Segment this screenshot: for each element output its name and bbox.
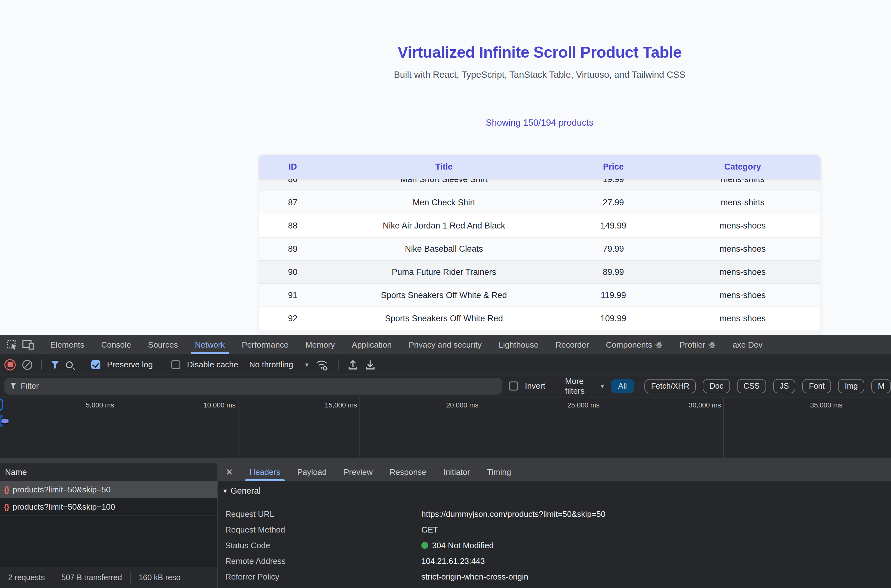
throttling-select[interactable]: No throttling ▾ xyxy=(249,360,309,369)
tab-label: Elements xyxy=(50,340,84,350)
filter-pill-doc[interactable]: Doc xyxy=(703,379,730,393)
product-app-page: Virtualized Infinite Scroll Product Tabl… xyxy=(0,0,891,335)
column-header-category[interactable]: Category xyxy=(665,162,820,172)
cell-title: Nike Air Jordan 1 Red And Black xyxy=(326,221,561,231)
table-row[interactable]: 88 Nike Air Jordan 1 Red And Black 149.9… xyxy=(259,214,820,238)
tab-label: Sources xyxy=(148,340,178,350)
tab-elements[interactable]: Elements xyxy=(42,335,93,355)
gridline xyxy=(845,398,845,458)
export-har-icon[interactable] xyxy=(365,359,376,370)
filter-pill-font[interactable]: Font xyxy=(802,379,831,393)
tab-timing[interactable]: Timing xyxy=(479,463,519,481)
filter-input[interactable] xyxy=(21,381,460,391)
filter-icon[interactable] xyxy=(51,361,59,369)
tab-label: Response xyxy=(390,467,426,477)
tab-sources[interactable]: Sources xyxy=(140,335,187,355)
tab-response[interactable]: Response xyxy=(381,463,435,481)
request-row[interactable]: {} products?limit=50&skip=100 xyxy=(0,498,217,516)
tab-console[interactable]: Console xyxy=(93,335,139,355)
table-row[interactable]: 86 Man Short Sleeve Shirt 19.99 mens-shi… xyxy=(259,178,820,191)
preserve-log-checkbox[interactable] xyxy=(91,360,100,369)
record-network-log-icon[interactable] xyxy=(5,359,16,370)
gridline xyxy=(238,398,238,458)
cell-price: 79.99 xyxy=(561,244,665,254)
invert-label[interactable]: Invert xyxy=(525,381,545,391)
showing-count: Showing 150/194 products xyxy=(259,117,820,128)
filter-pill-fetch-xhr[interactable]: Fetch/XHR xyxy=(644,379,696,393)
cell-category: mens-shoes xyxy=(665,291,820,300)
tab-network[interactable]: Network xyxy=(187,335,233,355)
invert-checkbox[interactable] xyxy=(509,381,518,390)
table-body[interactable]: 86 Man Short Sleeve Shirt 19.99 mens-shi… xyxy=(259,178,820,335)
table-row[interactable]: 91 Sports Sneakers Off White & Red 119.9… xyxy=(259,284,820,307)
preserve-log-label[interactable]: Preserve log xyxy=(107,360,153,369)
page-title: Virtualized Infinite Scroll Product Tabl… xyxy=(259,43,820,62)
filter-pill-img[interactable]: Img xyxy=(838,379,864,393)
request-list-pane: Name {} products?limit=50&skip=50 {} pro… xyxy=(0,463,217,588)
cell-category: mens-shirts xyxy=(665,178,820,184)
table-row[interactable]: 90 Puma Future Rider Trainers 89.99 mens… xyxy=(259,261,820,284)
filter-pill-css[interactable]: CSS xyxy=(737,379,766,393)
filter-pill-js[interactable]: JS xyxy=(773,379,795,393)
device-toolbar-icon[interactable] xyxy=(20,337,36,353)
tab-recorder[interactable]: Recorder xyxy=(547,335,598,355)
column-header-title[interactable]: Title xyxy=(326,162,561,172)
import-har-icon[interactable] xyxy=(348,359,358,370)
tab-label: Privacy and security xyxy=(409,340,482,350)
general-section-header[interactable]: ▼ General xyxy=(218,481,891,501)
tab-preview[interactable]: Preview xyxy=(335,463,381,481)
close-icon[interactable]: × xyxy=(222,463,236,481)
request-name: products?limit=50&skip=50 xyxy=(12,485,110,495)
cell-id: 89 xyxy=(259,244,326,254)
react-atom-icon xyxy=(708,341,716,348)
divider xyxy=(555,381,555,392)
table-row[interactable]: 87 Men Check Shirt 27.99 mens-shirts xyxy=(259,191,820,214)
clear-network-log-icon[interactable] xyxy=(22,360,32,370)
tab-performance[interactable]: Performance xyxy=(233,335,297,355)
tab-payload[interactable]: Payload xyxy=(289,463,335,481)
filter-pill-media[interactable]: M xyxy=(871,379,891,393)
tab-application[interactable]: Application xyxy=(343,335,400,355)
network-conditions-icon[interactable] xyxy=(315,359,329,371)
cell-category: mens-shoes xyxy=(665,314,820,324)
name-column-label: Name xyxy=(5,467,27,477)
tab-lighthouse[interactable]: Lighthouse xyxy=(490,335,547,355)
network-overview-timeline[interactable]: 5,000 ms 10,000 ms 15,000 ms 20,000 ms 2… xyxy=(0,398,891,458)
tab-profiler[interactable]: Profiler xyxy=(671,335,724,355)
divider xyxy=(41,360,42,370)
request-row[interactable]: {} products?limit=50&skip=50 xyxy=(0,481,217,498)
cell-category: mens-shoes xyxy=(665,221,820,231)
divider xyxy=(338,360,339,370)
tab-components[interactable]: Components xyxy=(598,335,671,355)
table-row[interactable]: 89 Nike Baseball Cleats 79.99 mens-shoes xyxy=(259,238,820,261)
cell-id: 88 xyxy=(259,221,326,231)
gridline xyxy=(602,398,602,458)
cell-title: Sports Sneakers Off White & Red xyxy=(326,291,561,300)
header-row: Request Method GET xyxy=(218,522,891,537)
tab-memory[interactable]: Memory xyxy=(297,335,343,355)
chevron-down-icon: ▾ xyxy=(305,361,309,369)
column-header-price[interactable]: Price xyxy=(561,162,665,172)
column-header-id[interactable]: ID xyxy=(259,162,326,172)
timeline-tick: 15,000 ms xyxy=(325,401,357,410)
filter-pill-all[interactable]: All xyxy=(611,379,634,393)
tab-headers[interactable]: Headers xyxy=(241,463,289,481)
tab-label: Recorder xyxy=(555,340,589,350)
network-toolbar: Preserve log Disable cache No throttling… xyxy=(0,355,891,375)
tab-axe-devtools[interactable]: axe Dev xyxy=(724,335,771,355)
disable-cache-checkbox[interactable] xyxy=(171,360,181,369)
tab-initiator[interactable]: Initiator xyxy=(435,463,479,481)
header-key: Referrer Policy xyxy=(218,572,421,582)
name-column-header[interactable]: Name xyxy=(0,463,217,481)
filter-input-box[interactable] xyxy=(5,378,502,394)
inspect-element-icon[interactable] xyxy=(4,337,20,353)
more-filters-dropdown[interactable]: More filters ▾ xyxy=(565,376,604,396)
timeline-tick: 25,000 ms xyxy=(567,401,599,410)
status-ok-dot-icon xyxy=(421,542,428,549)
tab-privacy-and-security[interactable]: Privacy and security xyxy=(400,335,491,355)
table-row[interactable]: 92 Sports Sneakers Off White Red 109.99 … xyxy=(259,307,820,330)
disable-cache-label[interactable]: Disable cache xyxy=(187,360,238,369)
search-icon[interactable] xyxy=(66,362,73,368)
header-value: strict-origin-when-cross-origin xyxy=(421,572,528,582)
network-filter-row: Invert More filters ▾ All Fetch/XHR Doc … xyxy=(0,375,891,398)
